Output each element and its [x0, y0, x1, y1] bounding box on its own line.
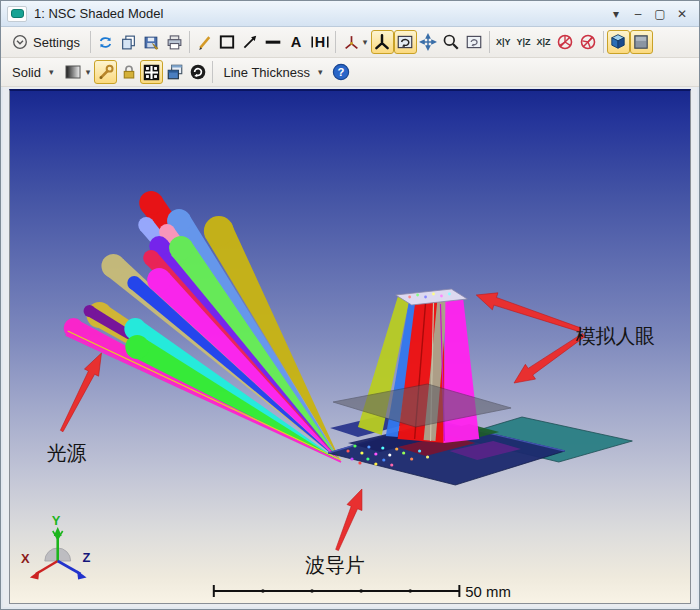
simulated-eye-label: 模拟人眼	[576, 324, 656, 348]
save-icon	[143, 34, 160, 51]
svg-text:H: H	[315, 34, 325, 50]
axes-rotate-icon	[343, 34, 360, 51]
scale-bar	[214, 585, 460, 597]
lock-view-button[interactable]	[117, 60, 140, 84]
svg-text:?: ?	[338, 66, 345, 78]
refresh-icon	[97, 34, 114, 51]
printer-icon	[166, 34, 183, 51]
axis-x-label: X	[21, 551, 30, 566]
render-mode-label: Solid	[12, 65, 41, 80]
tripod-axes-icon	[373, 33, 391, 51]
viewport-frame: 光源 模拟人眼 波导片 50 mm	[9, 89, 691, 604]
rotate-mode-button-active[interactable]	[371, 30, 394, 54]
separator	[335, 31, 336, 53]
nsc-shaded-model-window: 1: NSC Shaded Model ▾ – ▢ ✕ Settings	[0, 0, 700, 610]
caret-down-icon: ▾	[86, 67, 91, 77]
gradient-background-dropdown[interactable]: ▾	[60, 60, 94, 84]
draw-pencil-button[interactable]	[193, 30, 216, 54]
view-xz-button[interactable]: X|Z	[534, 30, 554, 54]
settings-dropdown[interactable]: Settings	[5, 30, 87, 54]
close-button[interactable]: ✕	[671, 5, 693, 23]
iso-view-1-button[interactable]	[554, 30, 577, 54]
view-toolbar: Solid ▾ ▾	[1, 58, 699, 87]
app-icon	[7, 6, 27, 22]
configuration-tool-button-active[interactable]	[94, 60, 117, 84]
fill-frame-button-active[interactable]	[140, 60, 163, 84]
draw-arrow-button[interactable]	[239, 30, 262, 54]
axis-y-label: Y	[52, 513, 61, 528]
shaded-cube-button-active[interactable]	[607, 30, 630, 54]
help-icon: ?	[332, 63, 350, 81]
text-height-button[interactable]: H	[308, 30, 332, 54]
separator	[603, 31, 604, 53]
minimize-button[interactable]: –	[627, 5, 649, 23]
view-yz-button[interactable]: Y|Z	[514, 30, 534, 54]
caret-down-icon: ▾	[318, 67, 323, 77]
view-xy-button[interactable]: X|Y	[493, 30, 514, 54]
lock-icon	[120, 63, 138, 81]
copy-button[interactable]	[117, 30, 140, 54]
title-bar: 1: NSC Shaded Model ▾ – ▢ ✕	[1, 1, 699, 27]
ray-fan-light-source	[64, 191, 341, 462]
circular-arrow-icon	[189, 63, 207, 81]
pan-button[interactable]	[417, 30, 440, 54]
render-mode-dropdown[interactable]: Solid ▾	[5, 60, 60, 84]
pan-arrows-icon	[419, 33, 437, 51]
rotate-lock-icon	[579, 33, 597, 51]
pencil-icon	[196, 34, 213, 51]
draw-text-button[interactable]: A	[285, 30, 308, 54]
copy-window-settings-button[interactable]	[163, 60, 186, 84]
zoom-window-button[interactable]	[463, 30, 486, 54]
arrow-icon	[241, 33, 259, 51]
reset-view-button[interactable]	[186, 60, 209, 84]
settings-label: Settings	[33, 35, 80, 50]
shaded-square-icon	[632, 33, 650, 51]
magnifier-icon	[442, 33, 460, 51]
main-toolbar: Settings	[1, 27, 699, 58]
axis-z-label: Z	[83, 550, 91, 565]
draw-rectangle-button[interactable]	[216, 30, 239, 54]
copy-icon	[120, 34, 137, 51]
simulated-eye-cone	[333, 289, 511, 443]
draw-line-button[interactable]	[262, 30, 285, 54]
boxed-rotate-icon	[465, 33, 483, 51]
rotate-box-button-active[interactable]	[394, 30, 417, 54]
svg-text:A: A	[291, 34, 302, 50]
print-button[interactable]	[163, 30, 186, 54]
light-source-label: 光源	[47, 441, 87, 465]
gradient-swatch-icon	[65, 64, 83, 80]
letter-a-icon: A	[287, 33, 305, 51]
eye-upper-arrow	[476, 293, 581, 332]
separator	[90, 31, 91, 53]
quad-view-icon	[142, 63, 161, 82]
maximize-button[interactable]: ▢	[649, 5, 671, 23]
rectangle-icon	[218, 33, 236, 51]
3d-viewport-canvas[interactable]: 光源 模拟人眼 波导片 50 mm	[10, 91, 690, 603]
waveguide-arrow	[336, 489, 362, 551]
rotate-lock-icon	[556, 33, 574, 51]
eye-lower-arrow	[514, 333, 585, 383]
update-button[interactable]	[94, 30, 117, 54]
caret-down-icon: ▾	[363, 37, 368, 47]
save-button[interactable]	[140, 30, 163, 54]
line-thickness-label: Line Thickness	[223, 65, 309, 80]
window-menu-button[interactable]: ▾	[605, 5, 627, 23]
scale-bar-label: 50 mm	[465, 583, 511, 600]
orientation-dropdown[interactable]: ▾	[339, 30, 371, 54]
letter-h-icon: H	[310, 33, 330, 51]
zemax-window-icon	[11, 9, 24, 18]
coordinate-triad: X Y Z	[21, 513, 91, 580]
waveguide-label: 波导片	[305, 553, 365, 577]
zoom-button[interactable]	[440, 30, 463, 54]
line-thickness-dropdown[interactable]: Line Thickness ▾	[216, 60, 329, 84]
help-button[interactable]: ?	[329, 60, 352, 84]
separator	[212, 61, 213, 83]
caret-down-icon: ▾	[49, 67, 54, 77]
separator	[189, 31, 190, 53]
wrench-icon	[97, 63, 115, 81]
shaded-surface-button-active[interactable]	[630, 30, 653, 54]
light-source-arrow	[60, 353, 101, 432]
window-title: 1: NSC Shaded Model	[34, 6, 605, 21]
iso-view-2-button[interactable]	[577, 30, 600, 54]
cube-3d-icon	[609, 33, 627, 51]
